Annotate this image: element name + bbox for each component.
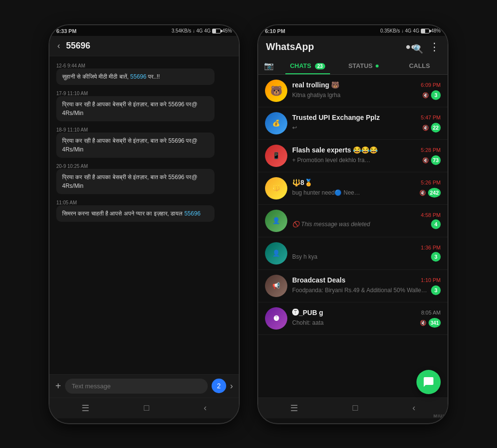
chat-preview: ↩ (292, 124, 422, 131)
right-status-icons: 0.35KB/s ↓ 4G 4G 48% (380, 28, 441, 33)
list-item: 18-9 11:10 AM प्रिया कर रही है आपका बेसब… (56, 125, 232, 158)
tab-chats[interactable]: CHATS 23 (280, 57, 335, 74)
chat-preview: + Promotion level dekhlo fra… (292, 157, 422, 164)
link-2[interactable]: 55696 (184, 210, 200, 217)
unread-badge: 3 (431, 90, 441, 100)
miui-label: MIUI (433, 414, 445, 418)
mute-icon: 🔇 (420, 320, 427, 326)
unread-badge: 73 (431, 155, 441, 165)
chat-name: real trolling 🐻 (292, 81, 339, 89)
badge-row: 4 (431, 219, 441, 229)
chat-time: 1:10 PM (421, 277, 441, 283)
left-nav-bar: ☰ □ ‹ (50, 398, 239, 418)
msg-bubble-1: सुहानी से कीजिये मीठी मीठी बातें, 55696 … (56, 68, 215, 85)
avatar: 📱 (265, 145, 287, 167)
chat-fab-icon (423, 376, 434, 388)
nav-home-icon[interactable]: □ (144, 403, 149, 413)
msg-bubble-5: सिमरन करना चाहती है आपसे अपने प्यार का इ… (56, 205, 215, 222)
right-battery-pct: 48% (431, 28, 441, 33)
chat-info: Broadcast Deals 1:10 PM Foodpanda: Birya… (292, 276, 441, 295)
chat-name: Trusted UPI Exchange Pplz (292, 114, 380, 121)
left-battery-fill (213, 29, 216, 33)
list-item: 17-9 11:10 AM प्रिया कर रही है आपका बेसब… (56, 89, 232, 121)
chat-info: real trolling 🐻 6:09 PM Kitna ghatiya lg… (292, 81, 441, 100)
send-button[interactable]: › (230, 381, 233, 391)
chat-input-area: + 2 › (50, 374, 239, 398)
chat-time: 1:36 PM (421, 245, 441, 250)
unread-badge: 341 (429, 318, 441, 328)
nav-menu-icon[interactable]: ☰ (82, 403, 89, 414)
badge-row: 🔇 3 (422, 90, 441, 100)
chat-preview: Foodpanda: Biryani Rs.49 & Additional 50… (292, 287, 431, 294)
chat-info: 🔱8🏅 5:26 PM bug hunter need🔵 Nee… 🔇 242 (292, 179, 441, 198)
list-item[interactable]: 🐻 real trolling 🐻 6:09 PM Kitna ghatiya … (258, 75, 447, 107)
nav-back-icon[interactable]: ‹ (413, 403, 415, 413)
chat-info: Flash sale experts 😂😂😂 5:28 PM + Promoti… (292, 146, 441, 165)
list-item[interactable]: 👤 4:58 PM 🚫 This message was deleted 4 (258, 205, 447, 237)
unread-badge: 4 (431, 219, 441, 229)
chats-tab-label: CHATS (290, 62, 311, 69)
badge-row: 🔇 341 (420, 318, 441, 328)
badge-row: 🔇 73 (422, 155, 441, 165)
mute-icon: 🔇 (422, 125, 429, 131)
chat-preview: Chohit: aata (292, 319, 420, 326)
chat-messages: 12-6 9:44 AM सुहानी से कीजिये मीठी मीठी … (50, 56, 239, 374)
chat-time: 4:58 PM (421, 212, 441, 218)
badge-row: 🔇 22 (422, 123, 441, 133)
chat-time: 5:26 PM (421, 180, 441, 185)
camera-icon[interactable]: 📷 (258, 57, 280, 74)
unread-badge: 242 (428, 188, 441, 198)
msg-date-2: 17-9 11:10 AM (56, 91, 232, 96)
chat-name: Flash sale experts 😂😂😂 (292, 146, 378, 154)
more-menu-icon[interactable]: ⋮ (429, 41, 440, 53)
list-item[interactable]: 👤 1:36 PM Bsy h kya 3 (258, 237, 447, 270)
chat-preview: Bsy h kya (292, 253, 431, 260)
nav-menu-icon[interactable]: ☰ (290, 403, 298, 414)
right-network-icons: 0.35KB/s ↓ 4G 4G (380, 28, 419, 33)
avatar: 🐻 (265, 80, 287, 102)
chat-name: Broadcast Deals (292, 276, 346, 284)
chat-info: 4:58 PM 🚫 This message was deleted 4 (292, 212, 441, 229)
list-item: 20-9 10:25 AM प्रिया कर रही है आपका बेसब… (56, 162, 232, 194)
chat-time: 5:28 PM (421, 147, 441, 153)
chat-info: Trusted UPI Exchange Pplz 5:47 PM ↩ 🔇 22 (292, 114, 441, 133)
chat-time: 5:47 PM (421, 115, 441, 120)
chat-time: 6:09 PM (421, 82, 441, 88)
message-input[interactable] (65, 379, 208, 394)
avatar: 👤 (265, 242, 287, 265)
add-icon[interactable]: + (55, 381, 61, 392)
tab-calls[interactable]: CALLS (392, 57, 447, 74)
avatar: 📢 (265, 275, 287, 297)
list-item[interactable]: 📱 Flash sale experts 😂😂😂 5:28 PM + Promo… (258, 140, 447, 172)
list-item[interactable]: 📢 Broadcast Deals 1:10 PM Foodpanda: Bir… (258, 270, 447, 302)
chat-name: 🔱8🏅 (292, 179, 313, 186)
wa-tabs: 📷 CHATS 23 STATUS CALLS (258, 57, 447, 75)
badge-count: 2 (212, 379, 226, 393)
badge-row: 3 (431, 252, 441, 262)
nav-home-icon[interactable]: □ (353, 403, 358, 413)
list-item[interactable]: 🅣 🅣_PUB g 8:05 AM Chohit: aata 🔇 341 (258, 302, 447, 335)
wa-search-button[interactable]: 🔍 (413, 44, 423, 54)
unread-badge: 3 (431, 285, 441, 295)
chat-list: 🐻 real trolling 🐻 6:09 PM Kitna ghatiya … (258, 75, 447, 398)
new-chat-fab[interactable] (416, 370, 441, 394)
chat-name: 🅣_PUB g (292, 309, 323, 316)
avatar: 👤 (265, 210, 287, 232)
link-1[interactable]: 55696 (130, 73, 146, 80)
avatar: 🔱 (265, 177, 287, 199)
msg-bubble-4: प्रिया कर रही है आपका बेसब्री से इंतज़ार… (56, 169, 215, 194)
nav-back-icon[interactable]: ‹ (204, 403, 207, 413)
left-network-icons: 3.54KB/s ↓ 4G 4G (171, 28, 211, 33)
left-battery-pct: 45% (222, 28, 232, 33)
list-item[interactable]: 💰 Trusted UPI Exchange Pplz 5:47 PM ↩ 🔇 … (258, 107, 447, 140)
avatar: 🅣 (265, 307, 287, 330)
list-item[interactable]: 🔱 🔱8🏅 5:26 PM bug hunter need🔵 Nee… 🔇 24… (258, 172, 447, 205)
mute-icon: 🔇 (422, 92, 429, 99)
wa-app-title: WhatsApp (266, 41, 314, 52)
tab-status[interactable]: STATUS (335, 57, 391, 74)
right-time: 6:10 PM (265, 28, 285, 34)
chats-badge: 23 (315, 63, 325, 69)
whatsapp-screen: WhatsApp ●●● ⋮ 🔍 📷 CHATS 23 STATUS (258, 36, 447, 418)
back-button[interactable]: ‹ (57, 41, 60, 51)
right-battery-icon (421, 29, 430, 33)
